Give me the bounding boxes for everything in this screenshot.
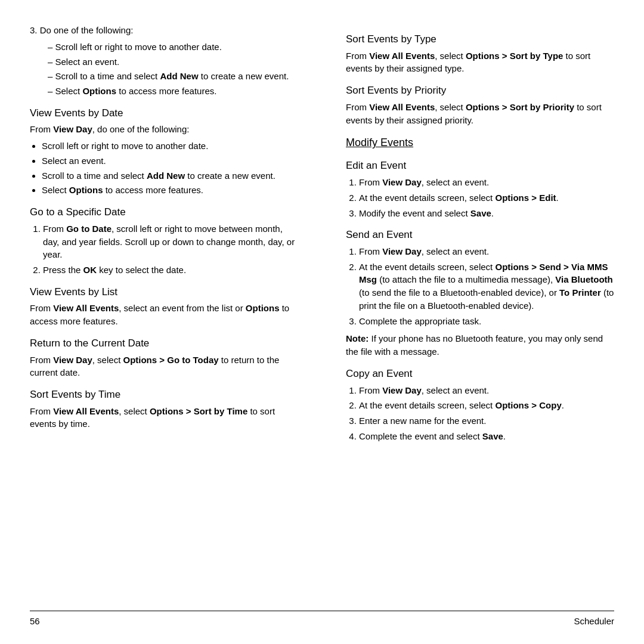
view-events-date-item-3: Scroll to a time and select Add New to c… bbox=[42, 169, 298, 182]
view-events-date-item-4: Select Options to access more features. bbox=[42, 184, 298, 197]
left-column: 3. Do one of the following: Scroll left … bbox=[30, 24, 310, 605]
sort-by-type-text: From View All Events, select Options > S… bbox=[346, 49, 614, 76]
sort-by-time-text: From View All Events, select Options > S… bbox=[30, 405, 298, 431]
go-specific-date-step-2: Press the OK key to select the date. bbox=[43, 264, 298, 277]
edit-event-step-1: From View Day, select an event. bbox=[359, 176, 614, 189]
sort-by-time-heading: Sort Events by Time bbox=[30, 388, 298, 402]
go-specific-date-steps: From Go to Date, scroll left or right to… bbox=[43, 222, 298, 277]
view-events-date-intro: From View Day, do one of the following: bbox=[30, 123, 298, 136]
intro-dash-item-2: Select an event. bbox=[48, 55, 298, 69]
edit-event-heading: Edit an Event bbox=[346, 159, 614, 174]
content-area: 3. Do one of the following: Scroll left … bbox=[30, 24, 614, 605]
page: 3. Do one of the following: Scroll left … bbox=[0, 0, 644, 644]
copy-event-step-4: Complete the event and select Save. bbox=[359, 430, 614, 443]
copy-event-heading: Copy an Event bbox=[346, 367, 614, 382]
intro-dash-item-1: Scroll left or right to move to another … bbox=[48, 41, 298, 54]
view-events-date-list: Scroll left or right to move to another … bbox=[42, 140, 298, 197]
view-events-date-heading: View Events by Date bbox=[30, 106, 298, 121]
page-number: 56 bbox=[30, 616, 40, 626]
page-section: Scheduler bbox=[574, 616, 614, 626]
go-specific-date-heading: Go to a Specific Date bbox=[30, 205, 298, 220]
return-current-date-heading: Return to the Current Date bbox=[30, 336, 298, 351]
view-events-date-item-1: Scroll left or right to move to another … bbox=[42, 140, 298, 153]
view-events-list-text: From View All Events, select an event fr… bbox=[30, 302, 298, 328]
modify-events-heading: Modify Events bbox=[346, 135, 614, 150]
edit-event-step-3: Modify the event and select Save. bbox=[359, 207, 614, 220]
edit-event-steps: From View Day, select an event. At the e… bbox=[359, 176, 614, 219]
copy-event-step-1: From View Day, select an event. bbox=[359, 384, 614, 397]
copy-event-step-2: At the event details screen, select Opti… bbox=[359, 399, 614, 412]
send-event-steps: From View Day, select an event. At the e… bbox=[359, 245, 614, 328]
intro-dash-item-4: Select Options to access more features. bbox=[48, 85, 298, 98]
edit-event-step-2: At the event details screen, select Opti… bbox=[359, 191, 614, 205]
send-event-note: Note: If your phone has no Bluetooth fea… bbox=[346, 332, 614, 358]
intro-dash-item-3: Scroll to a time and select Add New to c… bbox=[48, 70, 298, 83]
return-current-date-text: From View Day, select Options > Go to To… bbox=[30, 354, 298, 380]
send-event-heading: Send an Event bbox=[346, 228, 614, 243]
send-event-step-1: From View Day, select an event. bbox=[359, 245, 614, 258]
go-specific-date-step-1: From Go to Date, scroll left or right to… bbox=[43, 222, 298, 261]
sort-by-priority-text: From View All Events, select Options > S… bbox=[346, 101, 614, 127]
copy-event-steps: From View Day, select an event. At the e… bbox=[359, 384, 614, 443]
page-footer: 56 Scheduler bbox=[30, 611, 614, 626]
copy-event-step-3: Enter a new name for the event. bbox=[359, 414, 614, 428]
intro-dash-list: Scroll left or right to move to another … bbox=[48, 41, 298, 98]
view-events-date-item-2: Select an event. bbox=[42, 154, 298, 168]
intro-item-3: 3. Do one of the following: bbox=[30, 24, 298, 37]
right-column: Sort Events by Type From View All Events… bbox=[334, 24, 614, 605]
send-event-step-2: At the event details screen, select Opti… bbox=[359, 261, 614, 312]
sort-by-priority-heading: Sort Events by Priority bbox=[346, 83, 614, 98]
sort-by-type-heading: Sort Events by Type bbox=[346, 32, 614, 47]
view-events-list-heading: View Events by List bbox=[30, 285, 298, 300]
send-event-step-3: Complete the appropriate task. bbox=[359, 315, 614, 328]
